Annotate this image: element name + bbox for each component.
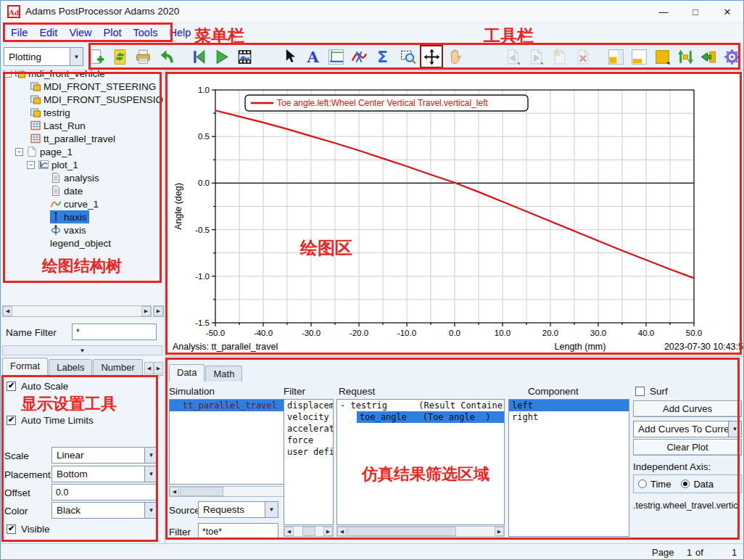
reload-button[interactable] — [108, 45, 131, 68]
source-select[interactable]: Requests ▼ — [198, 501, 278, 518]
tree-v-scrollbar-button[interactable]: ▶ — [153, 305, 164, 317]
minimize-button-icon[interactable]: — — [648, 1, 679, 22]
checkbox-icon[interactable]: ✔ — [7, 524, 16, 534]
list-item[interactable]: displacement — [284, 400, 333, 411]
clear-plot-button[interactable]: Clear Plot — [633, 439, 742, 456]
radio-time[interactable] — [638, 479, 647, 488]
tree-item-plot-1[interactable]: − plot_1 — [2, 158, 164, 171]
list-item[interactable]: right — [509, 411, 629, 423]
list-item[interactable]: toe_angle (Toe angle ) — [357, 411, 504, 423]
scroll-right-icon[interactable]: ▶ — [141, 306, 151, 316]
mode-select[interactable]: Plotting ▼ — [4, 47, 83, 66]
offset-input[interactable]: 0.0 — [51, 484, 158, 501]
close-button-icon[interactable]: ✕ — [711, 1, 743, 22]
maximize-button-icon[interactable]: □ — [679, 1, 711, 22]
layout-bottom-button[interactable] — [627, 45, 650, 68]
chevron-down-icon[interactable]: ▼ — [144, 503, 157, 518]
print-button[interactable] — [131, 45, 154, 68]
tree-item-last-run[interactable]: Last_Run — [2, 119, 164, 132]
tab-number[interactable]: Number — [93, 359, 142, 375]
curve-edit-button[interactable] — [347, 45, 371, 68]
collapse-icon[interactable]: − — [27, 161, 35, 169]
chevron-down-icon[interactable]: ▼ — [70, 48, 83, 65]
tree-item-mdi-front-steering[interactable]: MDI_FRONT_STEERING — [2, 80, 164, 93]
scroll-right-icon[interactable]: ▶ — [495, 527, 504, 536]
list-item[interactable]: left — [509, 400, 629, 411]
tab-math[interactable]: Math — [205, 366, 242, 382]
filter-list[interactable]: displacement velocity acceleration force… — [284, 399, 334, 525]
scroll-left-icon[interactable]: ◀ — [284, 527, 294, 536]
hand-button[interactable] — [443, 45, 466, 68]
tree-item-testrig[interactable]: testrig — [2, 106, 164, 119]
auto-time-limits-checkbox[interactable]: ✔ Auto Time Limits — [7, 415, 94, 426]
tree-item-tt-parallel-travel[interactable]: tt_parallel_travel — [2, 132, 164, 145]
pan-button[interactable] — [420, 45, 443, 68]
visible-checkbox[interactable]: ✔ Visible — [7, 524, 50, 535]
list-item[interactable]: force — [284, 435, 333, 446]
select-cursor-button[interactable] — [278, 45, 301, 68]
animation-button[interactable] — [233, 45, 256, 68]
request-h-scrollbar[interactable]: ◀ ▶ — [336, 526, 505, 537]
collapse-icon[interactable]: − — [15, 148, 23, 156]
new-page-button[interactable] — [85, 45, 108, 68]
add-curves-button[interactable]: Add Curves — [633, 400, 742, 417]
request-list[interactable]: - testrig (Result Container toe_angle (T… — [336, 399, 505, 525]
collapse-icon[interactable]: − — [4, 70, 12, 78]
simulation-h-scrollbar[interactable]: ◀ ▶ — [169, 486, 300, 497]
name-filter-input[interactable]: * — [72, 324, 157, 340]
tree-item-mdi-front-suspension[interactable]: MDI_FRONT_SUSPENSION — [2, 93, 164, 106]
list-item[interactable]: - testrig (Result Container — [337, 400, 504, 411]
swap-axes-button[interactable] — [674, 45, 697, 68]
tree-item-mdi-front-vehicle[interactable]: − mdi_front_vehicle — [2, 70, 164, 80]
list-item[interactable]: acceleration — [284, 423, 333, 435]
tree-item-vaxis[interactable]: vaxis — [2, 223, 164, 236]
color-select[interactable]: Black ▼ — [51, 502, 158, 519]
zoom-box-button[interactable] — [397, 45, 420, 68]
first-frame-button[interactable] — [186, 45, 210, 68]
filter-h-scrollbar[interactable]: ◀ ▶ — [284, 526, 334, 537]
tree-item-haxis[interactable]: haxis — [2, 210, 164, 223]
list-item[interactable]: user defined — [284, 446, 333, 458]
chevron-down-icon[interactable]: ▼ — [144, 448, 157, 463]
auto-scale-checkbox[interactable]: ✔ Auto Scale — [7, 381, 68, 392]
tab-scroll-right-icon[interactable]: ▶ — [154, 362, 163, 374]
tree-item-date[interactable]: date — [2, 184, 164, 197]
scroll-right-icon[interactable]: ▶ — [323, 527, 333, 536]
plot-view-button[interactable] — [324, 45, 347, 68]
chevron-down-icon[interactable]: ▼ — [728, 421, 741, 437]
add-mode-select[interactable]: Add Curves To Curren ▼ — [633, 421, 742, 437]
layout-full-button[interactable] — [650, 45, 674, 68]
collapse-handle[interactable]: ▼ — [2, 345, 162, 355]
tab-format[interactable]: Format — [2, 358, 48, 375]
statistics-button[interactable]: Σ — [371, 45, 394, 68]
menu-edit[interactable]: Edit — [33, 25, 63, 41]
tab-data[interactable]: Data — [169, 364, 204, 382]
tree-item-analysis[interactable]: analysis — [2, 171, 164, 184]
checkbox-icon[interactable]: ✔ — [7, 382, 16, 391]
play-button[interactable] — [210, 45, 233, 68]
component-list[interactable]: left right — [508, 399, 629, 537]
tree-item-legend-object[interactable]: legend_object — [2, 236, 164, 250]
tab-labels[interactable]: Labels — [49, 359, 92, 375]
scroll-left-icon[interactable]: ◀ — [3, 306, 12, 316]
plot-area[interactable]: -50.0-40.0-30.0-20.0-10.00.010.020.030.0… — [166, 70, 744, 356]
list-item[interactable]: velocity — [284, 411, 333, 423]
layout-corner-button[interactable] — [604, 45, 627, 68]
chevron-down-icon[interactable]: ▼ — [144, 466, 157, 482]
placement-select[interactable]: Bottom ▼ — [51, 466, 158, 482]
surf-checkbox[interactable]: ✔ Surf — [635, 386, 668, 397]
checkbox-icon[interactable]: ✔ — [635, 387, 645, 396]
tree-item-page-1[interactable]: − page_1 — [2, 145, 164, 158]
list-item[interactable]: tt_parallel_travel — [170, 400, 299, 411]
scroll-left-icon[interactable]: ◀ — [337, 527, 347, 536]
tree-h-scrollbar[interactable]: ◀ ▶ — [2, 305, 152, 317]
menu-help[interactable]: Help — [163, 25, 197, 41]
menu-view[interactable]: View — [63, 25, 97, 41]
tab-scroll-left-icon[interactable]: ◀ — [144, 362, 154, 374]
move-left-button[interactable] — [697, 45, 720, 68]
filter-field-input[interactable]: *toe* — [198, 523, 278, 540]
chevron-down-icon[interactable]: ▼ — [265, 502, 278, 517]
checkbox-icon[interactable]: ✔ — [7, 416, 16, 425]
scroll-right-icon[interactable]: ▶ — [154, 306, 163, 316]
tree-item-curve-1[interactable]: curve_1 — [2, 197, 164, 210]
